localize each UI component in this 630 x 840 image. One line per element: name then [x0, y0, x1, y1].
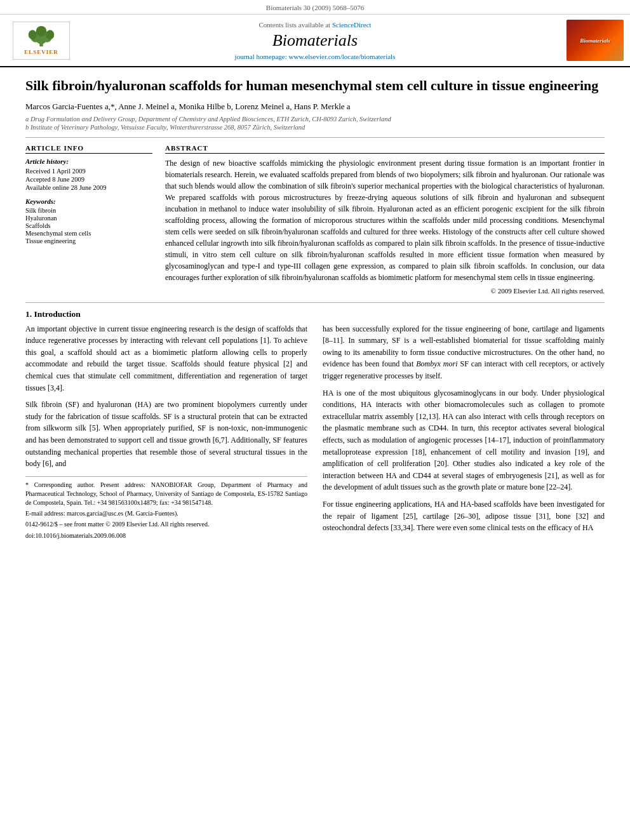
intro-para-2: Silk fibroin (SF) and hyaluronan (HA) ar… — [25, 399, 307, 470]
svg-point-6 — [36, 26, 47, 37]
intro-para-3: has been successfully explored for the t… — [323, 323, 605, 382]
abstract-text: The design of new bioactive scaffolds mi… — [165, 157, 605, 283]
introduction-heading: 1. Introduction — [25, 309, 605, 319]
journal-title: Biomaterials — [83, 31, 547, 50]
page-wrapper: Biomaterials 30 (2009) 5068–5076 ELSEVIE… — [0, 0, 630, 840]
keyword-mesenchymal: Mesenchymal stem cells — [25, 230, 152, 237]
keywords-label: Keywords: — [25, 197, 152, 205]
journal-header: ELSEVIER Contents lists available at Sci… — [0, 15, 630, 67]
elsevier-logo-box: ELSEVIER — [13, 22, 70, 60]
keywords-section: Keywords: Silk fibroin Hyaluronan Scaffo… — [25, 197, 152, 244]
intro-para-1: An important objective in current tissue… — [25, 323, 307, 394]
biomaterials-logo-text: Biomaterials — [580, 37, 610, 44]
main-content: Silk fibroin/hyaluronan scaffolds for hu… — [0, 67, 630, 550]
journal-homepage-link[interactable]: journal homepage: www.elsevier.com/locat… — [235, 53, 396, 60]
article-info-abstract-section: ARTICLE INFO Article history: Received 1… — [25, 144, 605, 295]
copyright-line: © 2009 Elsevier Ltd. All rights reserved… — [165, 287, 605, 295]
intro-title: Introduction — [34, 309, 81, 319]
keyword-hyaluronan: Hyaluronan — [25, 215, 152, 222]
sciencedirect-link[interactable]: ScienceDirect — [332, 21, 372, 29]
svg-point-4 — [29, 30, 37, 39]
article-info-column: ARTICLE INFO Article history: Received 1… — [25, 144, 152, 295]
footnote-area: * Corresponding author. Present address:… — [25, 476, 307, 540]
authors-line: Marcos Garcia-Fuentes a,*, Anne J. Meine… — [25, 102, 605, 112]
article-info-heading: ARTICLE INFO — [25, 144, 152, 154]
authors-text: Marcos Garcia-Fuentes a,*, Anne J. Meine… — [25, 102, 351, 111]
elsevier-tree-icon — [25, 25, 57, 48]
available-online-date: Available online 28 June 2009 — [25, 184, 152, 191]
received-date: Received 1 April 2009 — [25, 168, 152, 175]
divider-1 — [25, 137, 605, 138]
keyword-silk-fibroin: Silk fibroin — [25, 207, 152, 214]
journal-center-info: Contents lists available at ScienceDirec… — [76, 21, 554, 60]
intro-right-col: has been successfully explored for the t… — [323, 323, 605, 540]
elsevier-brand-text: ELSEVIER — [24, 49, 58, 55]
doi-line: doi:10.1016/j.biomaterials.2009.06.008 — [25, 531, 307, 540]
intro-para-4: HA is one of the most ubiquitous glycosa… — [323, 387, 605, 493]
footnote-corresponding: * Corresponding author. Present address:… — [25, 481, 307, 507]
divider-2 — [25, 302, 605, 303]
svg-point-5 — [46, 30, 54, 39]
affiliation-b: b Institute of Veterinary Pathology, Vet… — [25, 124, 605, 131]
citation-bar: Biomaterials 30 (2009) 5068–5076 — [0, 0, 630, 15]
keyword-tissue-engineering: Tissue engineering — [25, 237, 152, 244]
intro-number: 1. — [25, 309, 32, 319]
citation-text: Biomaterials 30 (2009) 5068–5076 — [266, 4, 364, 11]
sciencedirect-link-line: Contents lists available at ScienceDirec… — [83, 21, 547, 29]
contents-label: Contents lists available at — [258, 21, 330, 29]
accepted-date: Accepted 8 June 2009 — [25, 176, 152, 183]
intro-para-5: For tissue engineering applications, HA … — [323, 498, 605, 534]
keyword-scaffolds: Scaffolds — [25, 222, 152, 229]
journal-logo-right: Biomaterials — [554, 20, 624, 61]
article-title: Silk fibroin/hyaluronan scaffolds for hu… — [25, 77, 605, 95]
abstract-heading: ABSTRACT — [165, 144, 605, 154]
affiliation-a: a Drug Formulation and Delivery Group, D… — [25, 116, 605, 123]
abstract-column: ABSTRACT The design of new bioactive sca… — [165, 144, 605, 295]
footnote-email: E-mail address: marcos.garcia@usc.es (M.… — [25, 509, 307, 518]
intro-left-col: An important objective in current tissue… — [25, 323, 307, 540]
elsevier-logo: ELSEVIER — [6, 22, 76, 60]
introduction-body: An important objective in current tissue… — [25, 323, 605, 540]
history-label: Article history: — [25, 157, 152, 165]
journal-homepage: journal homepage: www.elsevier.com/locat… — [83, 53, 547, 60]
biomaterials-logo-box: Biomaterials — [566, 20, 624, 61]
footnote-issn: 0142-9612/$ – see front matter © 2009 El… — [25, 520, 307, 529]
